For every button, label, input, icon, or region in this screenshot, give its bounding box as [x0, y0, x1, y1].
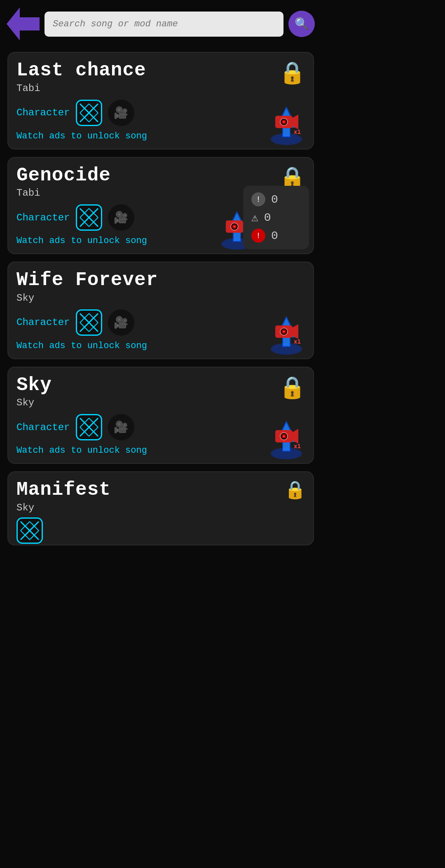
info-count: 0	[271, 193, 278, 206]
warn-row: ⚠️ 0	[251, 211, 301, 225]
song-title: Genocide	[16, 165, 305, 186]
camera-icon: 🎥	[108, 309, 134, 336]
lock-icon: 🔒	[284, 480, 306, 501]
character-label: Character	[16, 422, 70, 433]
svg-text:x1: x1	[294, 338, 301, 345]
header: 🔍	[0, 0, 321, 48]
character-label: Character	[16, 107, 70, 118]
info-row: ! 0	[251, 192, 301, 206]
song-meta: Character 🎥	[16, 100, 305, 126]
song-list: 🔒 Last chance Tabi Character 🎥 Watch ad	[0, 48, 321, 550]
error-count: 0	[271, 229, 278, 242]
lock-icon: 🔒	[279, 375, 306, 401]
character-label: Character	[16, 212, 70, 223]
character-icon	[16, 517, 43, 544]
warn-count: 0	[264, 211, 271, 224]
svg-text:x1: x1	[294, 129, 301, 135]
search-button[interactable]: 🔍	[288, 11, 315, 37]
watch-ad-button[interactable]: x1	[264, 419, 309, 460]
song-card-wife-forever[interactable]: Wife Forever Sky Character 🎥 Watch ads t…	[7, 262, 314, 359]
back-button[interactable]	[7, 7, 40, 40]
camera-glyph: 🎥	[114, 316, 128, 330]
song-card-manifest[interactable]: 🔒 Manifest Sky	[7, 471, 314, 545]
song-title: Wife Forever	[16, 270, 305, 291]
song-card-last-chance[interactable]: 🔒 Last chance Tabi Character 🎥 Watch ad	[7, 52, 314, 150]
search-bar	[44, 12, 283, 37]
svg-text:x1: x1	[294, 443, 301, 449]
camera-icon: 🎥	[108, 414, 134, 440]
search-icon: 🔍	[295, 17, 309, 31]
watch-text: Watch ads to unlock song	[16, 131, 305, 141]
camera-icon: 🎥	[108, 100, 134, 126]
song-meta: Character 🎥	[16, 309, 305, 336]
watch-ad-button[interactable]: x1	[264, 104, 309, 145]
camera-glyph: 🎥	[114, 420, 128, 434]
warn-icon: ⚠️	[251, 211, 258, 225]
song-author: Sky	[16, 292, 305, 304]
camera-glyph: 🎥	[114, 211, 128, 225]
song-title: Last chance	[16, 60, 305, 81]
song-meta: Character 🎥	[16, 414, 305, 440]
song-meta	[16, 517, 305, 544]
error-row: ! 0	[251, 229, 301, 243]
character-icon	[76, 100, 102, 126]
watch-ad-button[interactable]: x1	[264, 314, 309, 355]
character-icon	[76, 204, 102, 231]
svg-point-30	[234, 226, 235, 227]
notification-popup: ! 0 ⚠️ 0 ! 0	[243, 186, 309, 249]
svg-point-46	[283, 331, 285, 332]
watch-text: Watch ads to unlock song	[16, 445, 305, 456]
song-card-sky[interactable]: 🔒 Sky Sky Character 🎥 Watch ads to unlo	[7, 367, 314, 464]
camera-glyph: 🎥	[114, 106, 128, 120]
svg-point-14	[283, 121, 285, 123]
song-author: Tabi	[16, 83, 305, 94]
character-icon	[76, 414, 102, 440]
search-input[interactable]	[53, 19, 275, 29]
lock-icon: 🔒	[279, 60, 306, 87]
camera-icon: 🎥	[108, 204, 134, 231]
character-icon	[76, 309, 102, 336]
song-card-genocide[interactable]: 🔒 Genocide Tabi Character 🎥 Watch ads t	[7, 157, 314, 255]
song-author: Sky	[16, 397, 305, 408]
info-icon: !	[251, 192, 265, 206]
watch-text: Watch ads to unlock song	[16, 341, 305, 351]
song-title: Manifest	[16, 480, 305, 501]
character-label: Character	[16, 317, 70, 328]
svg-point-62	[283, 435, 285, 437]
song-author: Sky	[16, 502, 305, 513]
song-title: Sky	[16, 375, 305, 396]
error-icon: !	[251, 229, 265, 243]
